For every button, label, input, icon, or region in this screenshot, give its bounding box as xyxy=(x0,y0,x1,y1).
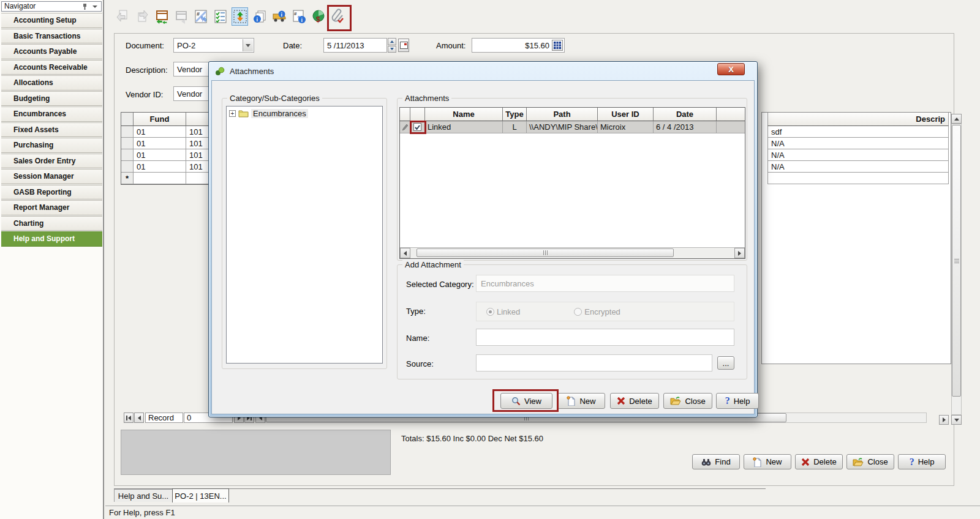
currency-pie-icon[interactable]: $ xyxy=(310,7,326,26)
copy-disabled-icon[interactable] xyxy=(134,7,150,26)
pushpin-icon[interactable] xyxy=(81,3,88,10)
sidebar-item[interactable]: Purchasing xyxy=(1,138,102,153)
date-input[interactable]: 5 /11/2013 xyxy=(323,38,387,53)
row-selector-cell[interactable] xyxy=(121,149,134,161)
delete-button[interactable]: Delete xyxy=(795,454,843,469)
name-header[interactable]: Name xyxy=(425,108,503,121)
account-info-icon[interactable]: #%i xyxy=(290,7,307,26)
attachment-name-cell[interactable]: Linked xyxy=(425,121,503,133)
receive-items-icon[interactable]: i xyxy=(271,7,287,26)
grid-vertical-scrollbar[interactable] xyxy=(951,114,962,425)
checkbox-checked-icon[interactable] xyxy=(413,123,421,131)
calendar-disabled-icon[interactable] xyxy=(173,7,189,26)
tree-expander-icon[interactable]: + xyxy=(229,110,236,117)
row-selector-cell[interactable] xyxy=(121,126,134,138)
scroll-up-icon[interactable] xyxy=(951,114,962,124)
chevron-down-icon[interactable] xyxy=(92,6,97,8)
close-button[interactable]: Close xyxy=(846,454,894,469)
dialog-help-button[interactable]: ? Help xyxy=(716,393,759,409)
spin-down-icon[interactable] xyxy=(388,46,396,53)
expand-rows-icon[interactable] xyxy=(232,7,248,26)
category-tree[interactable]: + Encumbrances xyxy=(226,106,383,364)
attachment-user-cell[interactable]: Microix xyxy=(598,121,654,133)
scroll-right-icon[interactable] xyxy=(939,415,949,425)
tree-node-encumbrances[interactable]: + Encumbrances xyxy=(227,106,382,118)
type-header[interactable]: Type xyxy=(503,108,527,121)
sidebar-item[interactable]: Allocations xyxy=(1,75,102,91)
dialog-close-action-button[interactable]: Close xyxy=(663,393,712,409)
fund-cell[interactable]: 01 xyxy=(134,126,186,138)
sidebar-item[interactable]: GASB Reporting xyxy=(1,185,102,200)
document-info-icon[interactable]: i xyxy=(251,7,268,26)
description-cell[interactable]: N/A xyxy=(767,161,949,173)
attachment-date-cell[interactable]: 6 / 4 /2013 xyxy=(654,121,717,133)
description-cell[interactable]: sdf xyxy=(767,126,949,138)
attachment-row[interactable]: Linked L \\ANDY\MIP Share\... Microix 6 … xyxy=(400,121,745,133)
name-label: Name: xyxy=(406,334,429,343)
dialog-delete-button[interactable]: Delete xyxy=(610,393,659,409)
fund-column-header[interactable]: Fund xyxy=(134,113,186,126)
recurring-calendar-icon[interactable] xyxy=(153,7,170,26)
path-header[interactable]: Path xyxy=(527,108,598,121)
mdi-tab-po2[interactable]: PO-2 | 13EN... xyxy=(172,488,229,502)
user-id-header[interactable]: User ID xyxy=(598,108,654,121)
fund-cell-empty[interactable] xyxy=(134,173,186,184)
description-cell[interactable]: N/A xyxy=(767,138,949,149)
attachments-grid-hscrollbar[interactable] xyxy=(400,247,745,258)
scrollbar-thumb[interactable] xyxy=(952,125,961,397)
view-button[interactable]: View xyxy=(500,393,552,409)
checklist-icon[interactable] xyxy=(212,7,228,26)
help-button[interactable]: ? Help xyxy=(898,454,946,469)
fund-cell[interactable]: 01 xyxy=(134,149,186,161)
sidebar-item[interactable]: Accounts Payable xyxy=(1,44,102,59)
sidebar-item[interactable]: Session Manager xyxy=(1,169,102,184)
find-button[interactable]: Find xyxy=(692,454,740,469)
sidebar-item[interactable]: Accounts Receivable xyxy=(1,60,102,75)
sidebar-item[interactable]: Accounting Setup xyxy=(1,13,102,28)
sidebar-item[interactable]: Fixed Assets xyxy=(1,122,102,138)
sidebar-item[interactable]: Charting xyxy=(1,216,102,231)
account-codes-icon[interactable]: #% xyxy=(192,7,209,26)
amount-value: $15.60 xyxy=(525,41,549,50)
dialog-titlebar[interactable]: Attachments xyxy=(209,62,757,80)
dialog-close-button[interactable]: X xyxy=(717,63,745,75)
description-cell[interactable]: N/A xyxy=(767,149,949,161)
source-input[interactable] xyxy=(476,354,712,372)
fund-cell[interactable]: 01 xyxy=(134,161,186,173)
document-dropdown-icon[interactable] xyxy=(243,39,253,51)
calendar-picker-button[interactable] xyxy=(398,39,409,52)
save-disabled-icon[interactable] xyxy=(114,7,130,26)
date-header[interactable]: Date xyxy=(654,108,717,121)
sidebar-item[interactable]: Report Manager xyxy=(1,200,102,215)
description-column-header[interactable]: Descrip xyxy=(767,113,949,126)
dialog-new-button[interactable]: New xyxy=(557,393,605,409)
document-combobox[interactable]: PO-2 xyxy=(173,38,254,53)
mdi-tab-help[interactable]: Help and Su... xyxy=(114,489,173,502)
navigator-header[interactable]: Navigator xyxy=(1,1,102,12)
sidebar-item[interactable]: Help and Support xyxy=(1,231,102,247)
scroll-down-icon[interactable] xyxy=(951,415,962,425)
attachment-type-cell[interactable]: L xyxy=(503,121,527,133)
record-first-button[interactable] xyxy=(124,413,134,423)
sidebar-item[interactable]: Sales Order Entry xyxy=(1,154,102,169)
description-cell-empty[interactable] xyxy=(767,173,949,184)
browse-button[interactable]: ... xyxy=(717,356,734,370)
scroll-left-icon[interactable] xyxy=(400,248,410,258)
spin-up-icon[interactable] xyxy=(388,38,396,45)
new-button[interactable]: New xyxy=(744,454,791,469)
sidebar-item[interactable]: Encumbrances xyxy=(1,106,102,122)
row-selector-cell[interactable] xyxy=(121,161,134,173)
scroll-right-icon[interactable] xyxy=(734,248,745,258)
attachments-icon[interactable] xyxy=(330,7,346,26)
row-selector-cell[interactable] xyxy=(121,138,134,149)
attachment-name-input[interactable] xyxy=(476,329,734,346)
sidebar-item[interactable]: Budgeting xyxy=(1,91,102,106)
attachment-checkbox-cell[interactable] xyxy=(410,121,425,133)
calculator-button[interactable] xyxy=(552,40,563,51)
attachment-path-cell[interactable]: \\ANDY\MIP Share\... xyxy=(527,121,598,133)
record-previous-button[interactable] xyxy=(134,413,144,423)
amount-input[interactable]: $15.60 xyxy=(472,38,565,53)
fund-cell[interactable]: 01 xyxy=(134,138,186,149)
sidebar-item[interactable]: Basic Transactions xyxy=(1,29,102,44)
scrollbar-thumb[interactable] xyxy=(417,248,674,257)
